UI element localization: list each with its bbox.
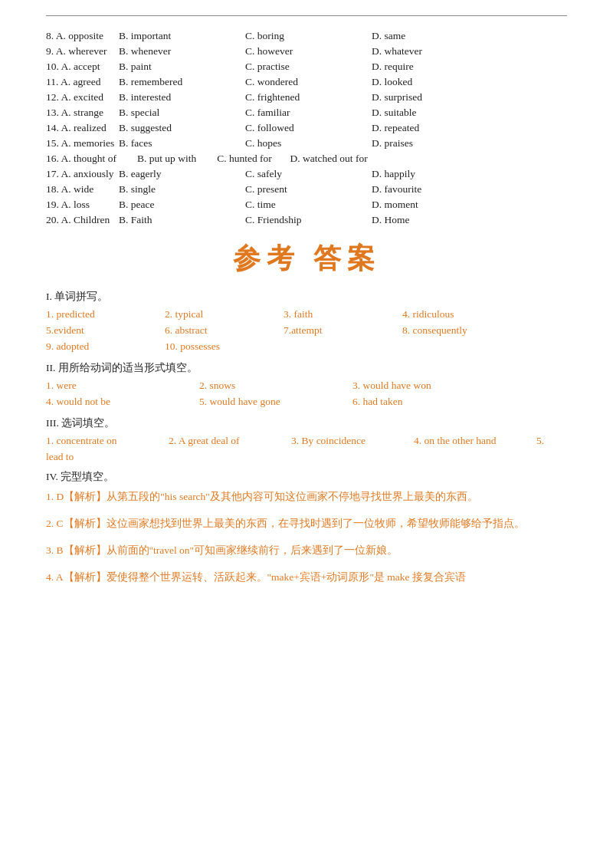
answer-item-9: 9. adopted [46, 340, 165, 353]
section3-label: III. 选词填空。 [46, 416, 567, 430]
mc-opt-c: C. wondered [245, 76, 372, 88]
mc-opt-d: D. surprised [372, 91, 422, 104]
mc-opt-c: C. safely [245, 168, 372, 180]
choose-item-6: lead to [46, 451, 74, 463]
mc-opt-c: C. boring [245, 30, 372, 42]
mc-opt-d: D. looked [372, 76, 412, 88]
mc-opt-d: D. require [372, 61, 414, 73]
mc-section: 8. A. opposite B. important C. boring D.… [46, 30, 567, 226]
mc-opt-c: C. frightened [245, 91, 372, 104]
mc-opt-b: B. eagerly [119, 168, 245, 180]
analysis-2: 2. C【解析】这位画家想找到世界上最美的东西，在寻找时遇到了一位牧师，希望牧师… [46, 515, 567, 533]
mc-opt-c: C. hopes [245, 137, 372, 150]
mc-opt-b: B. Faith [119, 214, 245, 226]
mc-row-8: 8. A. opposite B. important C. boring D.… [46, 30, 567, 42]
verb-item-4: 4. would not be [46, 396, 199, 408]
mc-row-12: 12. A. excited B. interested C. frighten… [46, 91, 567, 104]
answer-item-4: 4. ridiculous [402, 308, 521, 321]
mc-num: 15. A. memories [46, 137, 119, 150]
mc-num: 11. A. agreed [46, 76, 119, 88]
mc-opt-d: D. praises [372, 137, 413, 150]
mc-opt-b: B. remembered [119, 76, 245, 88]
mc-row-14: 14. A. realized B. suggested C. followed… [46, 122, 567, 134]
answer-item-7: 7.attempt [284, 324, 402, 337]
mc-opt-c: C. however [245, 45, 372, 58]
choose-item-1: 1. concentrate on [46, 435, 169, 447]
analysis-text-2: 2. C【解析】这位画家想找到世界上最美的东西，在寻找时遇到了一位牧师，希望牧师… [46, 515, 567, 533]
mc-opt-b: B. suggested [119, 122, 245, 134]
mc-opt-d: D. same [372, 30, 405, 42]
answer-item-5: 5.evident [46, 324, 165, 337]
choose-item-2: 2. A great deal of [169, 435, 291, 447]
section1-answers: 1. predicted2. typical3. faith4. ridicul… [46, 308, 567, 357]
mc-opt-d: D. suitable [372, 107, 417, 119]
mc-opt-d: D. favourite [372, 183, 421, 196]
mc-opt-d: D. moment [372, 199, 418, 211]
mc-num: 10. A. accept [46, 61, 119, 73]
answer-item-3: 3. faith [284, 308, 402, 321]
analysis-text-4: 4. A【解析】爱使得整个世界运转、活跃起来。"make+宾语+动词原形"是 m… [46, 569, 567, 587]
mc-row-10: 10. A. accept B. paint C. practise D. re… [46, 61, 567, 73]
section2-answers: 1. were2. snows3. would have won4. would… [46, 380, 567, 412]
mc-opt-d: D. Home [372, 214, 410, 226]
mc-opt-b: B. peace [119, 199, 245, 211]
mc-num: 8. A. opposite [46, 30, 119, 42]
verb-item-1: 1. were [46, 380, 199, 392]
mc-row-18: 18. A. wide B. single C. present D. favo… [46, 183, 567, 196]
answer-title: 参考 答案 [46, 240, 567, 278]
mc-row-20: 20. A. Children B. Faith C. Friendship D… [46, 214, 567, 226]
verb-item-5: 5. would have gone [199, 396, 352, 408]
mc-row-19: 19. A. loss B. peace C. time D. moment [46, 199, 567, 211]
answer-item-2: 2. typical [165, 308, 284, 321]
mc-opt-b: B. single [119, 183, 245, 196]
top-divider [46, 15, 567, 16]
mc-opt-d: D. whatever [372, 45, 422, 58]
choose-item-5: 5. [536, 435, 544, 447]
analysis-4: 4. A【解析】爱使得整个世界运转、活跃起来。"make+宾语+动词原形"是 m… [46, 569, 567, 587]
analysis-1: 1. D【解析】从第五段的"his search"及其他内容可知这位画家不停地寻… [46, 488, 567, 506]
mc-opt-c: C. followed [245, 122, 372, 134]
verb-item-6: 6. had taken [352, 396, 506, 408]
mc-opt-b: B. important [119, 30, 245, 42]
analyses-block: 1. D【解析】从第五段的"his search"及其他内容可知这位画家不停地寻… [46, 488, 567, 587]
mc-opt-16b: B. put up with [137, 153, 196, 164]
answer-item-6: 6. abstract [165, 324, 284, 337]
mc-row-9: 9. A. wherever B. whenever C. however D.… [46, 45, 567, 58]
answer-item-8: 8. consequently [402, 324, 521, 337]
choose-item-4: 4. on the other hand [414, 435, 536, 447]
mc-num: 14. A. realized [46, 122, 119, 134]
mc-row-11: 11. A. agreed B. remembered C. wondered … [46, 76, 567, 88]
mc-num: 13. A. strange [46, 107, 119, 119]
mc-num: 18. A. wide [46, 183, 119, 196]
analysis-text-1: 1. D【解析】从第五段的"his search"及其他内容可知这位画家不停地寻… [46, 488, 567, 506]
mc-rows-group2: 17. A. anxiously B. eagerly C. safely D.… [46, 168, 567, 226]
mc-row-17: 17. A. anxiously B. eagerly C. safely D.… [46, 168, 567, 180]
section2-label: II. 用所给动词的适当形式填空。 [46, 361, 567, 375]
section3-answers: 1. concentrate on2. A great deal of3. By… [46, 435, 567, 467]
mc-row-15: 15. A. memories B. faces C. hopes D. pra… [46, 137, 567, 150]
answer-item-10: 10. possesses [165, 340, 284, 353]
mc-opt-b: B. paint [119, 61, 245, 73]
mc-num: 12. A. excited [46, 91, 119, 104]
mc-opt-16d: D. watched out for [290, 153, 367, 164]
mc-opt-d: D. happily [372, 168, 415, 180]
mc-opt-b: B. interested [119, 91, 245, 104]
section1-label: I. 单词拼写。 [46, 290, 567, 304]
mc-row-13: 13. A. strange B. special C. familiar D.… [46, 107, 567, 119]
mc-opt-d: D. repeated [372, 122, 419, 134]
mc-rows-group1: 8. A. opposite B. important C. boring D.… [46, 30, 567, 150]
mc-num: 19. A. loss [46, 199, 119, 211]
mc-opt-c: C. familiar [245, 107, 372, 119]
section4-label: IV. 完型填空。 [46, 470, 567, 484]
mc-num: 9. A. wherever [46, 45, 119, 58]
mc-opt-16c: C. hunted for [217, 153, 272, 164]
mc-opt-b: B. faces [119, 137, 245, 150]
mc-opt-c: C. time [245, 199, 372, 211]
mc-row-16: 16. A. thought of B. put up with C. hunt… [46, 153, 567, 165]
answer-item-1: 1. predicted [46, 308, 165, 321]
analysis-3: 3. B【解析】从前面的"travel on"可知画家继续前行，后来遇到了一位新… [46, 542, 567, 560]
mc-opt-c: C. Friendship [245, 214, 372, 226]
mc-opt-b: B. whenever [119, 45, 245, 58]
analysis-text-3: 3. B【解析】从前面的"travel on"可知画家继续前行，后来遇到了一位新… [46, 542, 567, 560]
verb-item-3: 3. would have won [352, 380, 506, 392]
